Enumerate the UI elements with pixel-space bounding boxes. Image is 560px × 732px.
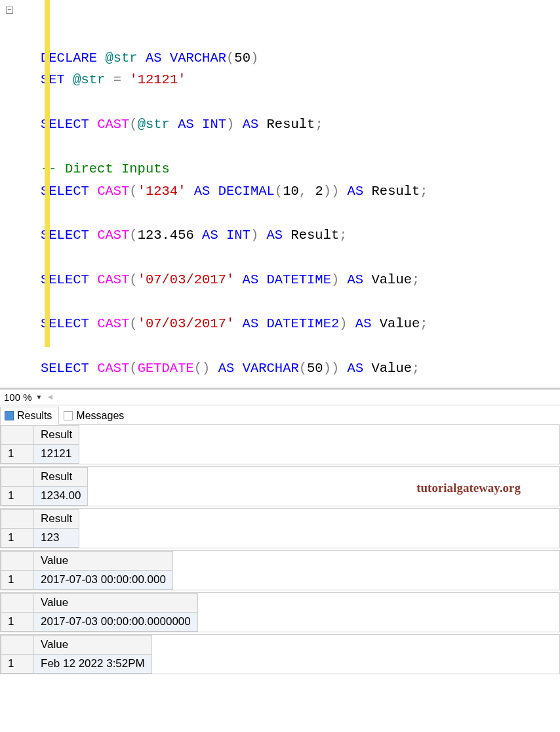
result-table[interactable]: Value 12017-07-03 00:00:00.000 [1, 551, 173, 590]
variable-str: @str [105, 51, 137, 66]
change-indicator-bar [45, 0, 50, 347]
cell-value[interactable]: 12121 [34, 444, 79, 463]
grid-icon [5, 411, 14, 420]
watermark-text: tutorialgateway.org [416, 481, 521, 495]
code-editor[interactable]: − DECLARE @str AS VARCHAR(50) SET @str =… [0, 0, 560, 389]
table-corner [1, 467, 34, 486]
alias-result: Result [267, 117, 315, 132]
results-pane: Result 112121 Result 11234.00 Result 112… [0, 425, 560, 674]
keyword-as: AS [146, 51, 162, 66]
tab-messages-label: Messages [76, 410, 124, 422]
keyword-datetime: DATETIME [267, 272, 331, 287]
function-getdate: GETDATE [138, 361, 194, 376]
chevron-left-icon[interactable]: ◄ [46, 392, 54, 401]
string-literal: '12121' [129, 72, 186, 87]
keyword-datetime2: DATETIME2 [267, 316, 340, 331]
keyword-int: INT [202, 117, 226, 132]
result-grid: Value 1Feb 12 2022 3:52PM [0, 634, 560, 674]
cell-value[interactable]: 1234.00 [34, 486, 88, 505]
column-header[interactable]: Result [34, 425, 79, 444]
document-icon [64, 411, 73, 420]
result-grid: Value 12017-07-03 00:00:00.000 [0, 550, 560, 590]
string-literal: '1234' [138, 184, 186, 199]
paren-close: ) [250, 51, 258, 66]
cell-value[interactable]: 2017-07-03 00:00:00.000 [34, 570, 173, 589]
code-text[interactable]: DECLARE @str AS VARCHAR(50) SET @str = '… [18, 0, 428, 388]
horizontal-scrollbar[interactable] [58, 392, 556, 401]
keyword-varchar: VARCHAR [170, 51, 226, 66]
row-number[interactable]: 1 [1, 612, 34, 631]
table-corner [1, 635, 34, 654]
string-literal: '07/03/2017' [138, 272, 235, 287]
result-grid: Result 1123 [0, 508, 560, 548]
tab-messages[interactable]: Messages [59, 407, 131, 424]
comment-direct-inputs: -- Direct Inputs [41, 161, 170, 176]
editor-gutter: − [0, 0, 18, 388]
result-grid: Result 112121 [0, 425, 560, 464]
row-number[interactable]: 1 [1, 654, 34, 673]
variable-str: @str [138, 117, 170, 132]
row-number[interactable]: 1 [1, 444, 34, 463]
column-header[interactable]: Value [34, 635, 152, 654]
tab-results-label: Results [17, 410, 52, 422]
zoom-level[interactable]: 100 % [4, 392, 32, 403]
keyword-decimal: DECIMAL [218, 184, 275, 199]
result-table[interactable]: Value 12017-07-03 00:00:00.0000000 [1, 593, 198, 632]
alias-value: Value [371, 272, 412, 287]
column-header[interactable]: Result [34, 509, 79, 528]
column-header[interactable]: Value [34, 593, 198, 612]
results-tabs: Results Messages [0, 405, 560, 425]
cell-value[interactable]: 123 [34, 528, 79, 547]
column-header[interactable]: Result [34, 467, 88, 486]
table-corner [1, 425, 34, 444]
result-table[interactable]: Result 11234.00 [1, 467, 88, 506]
result-table[interactable]: Value 1Feb 12 2022 3:52PM [1, 635, 152, 674]
collapse-toggle-icon[interactable]: − [6, 7, 13, 14]
cell-value[interactable]: Feb 12 2022 3:52PM [34, 654, 152, 673]
paren-open: ( [226, 51, 234, 66]
table-corner [1, 593, 34, 612]
cell-value[interactable]: 2017-07-03 00:00:00.0000000 [34, 612, 198, 631]
number-literal: 123.456 [138, 228, 194, 243]
result-table[interactable]: Result 112121 [1, 425, 79, 464]
dropdown-arrow-icon[interactable]: ▼ [36, 394, 43, 401]
row-number[interactable]: 1 [1, 486, 34, 505]
row-number[interactable]: 1 [1, 528, 34, 547]
operator-eq: = [113, 72, 121, 87]
row-number[interactable]: 1 [1, 570, 34, 589]
result-table[interactable]: Result 1123 [1, 509, 79, 548]
variable-str: @str [73, 72, 105, 87]
number-50: 50 [234, 51, 250, 66]
tab-results[interactable]: Results [0, 407, 59, 425]
result-grid: Value 12017-07-03 00:00:00.0000000 [0, 592, 560, 632]
zoom-bar: 100 % ▼ ◄ [0, 389, 560, 405]
table-corner [1, 551, 34, 570]
column-header[interactable]: Value [34, 551, 173, 570]
table-corner [1, 509, 34, 528]
function-cast: CAST [97, 117, 129, 132]
